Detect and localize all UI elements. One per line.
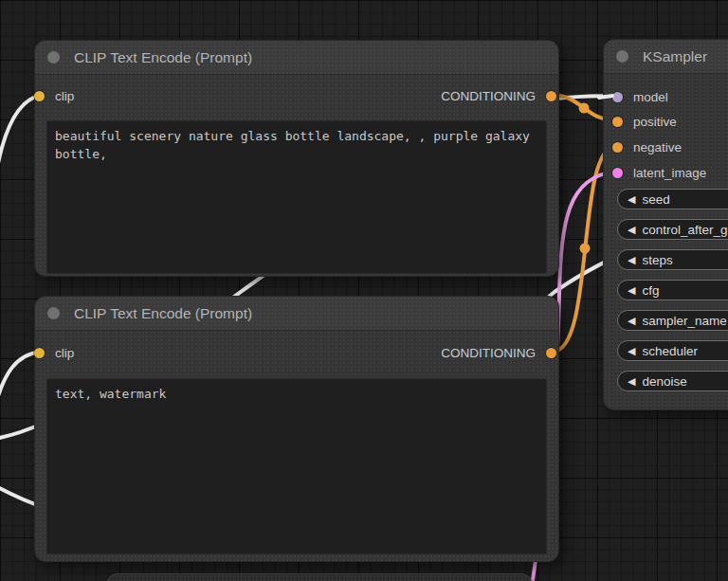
arrow-left-icon[interactable]: ◀ — [628, 346, 635, 356]
arrow-left-icon[interactable]: ◀ — [628, 316, 635, 326]
clip-port-icon[interactable] — [34, 348, 45, 358]
model-port-icon[interactable] — [612, 92, 623, 102]
widget-label: seed — [642, 192, 669, 207]
widget-sampler-name[interactable]: ◀ sampler_name — [617, 310, 728, 331]
node-title: CLIP Text Encode (Prompt) — [74, 305, 252, 322]
partial-node-bottom[interactable] — [106, 573, 533, 581]
widget-control-after-generate[interactable]: ◀ control_after_generate — [617, 219, 728, 240]
widget-steps[interactable]: ◀ steps — [617, 249, 728, 270]
output-conditioning[interactable]: CONDITIONING — [441, 89, 556, 102]
conditioning-port-icon[interactable] — [612, 117, 623, 127]
widget-label: control_after_generate — [642, 223, 728, 237]
input-negative[interactable]: negative — [612, 140, 682, 154]
conditioning-port-icon[interactable] — [546, 91, 556, 101]
latent-port-icon[interactable] — [612, 168, 623, 178]
conditioning-port-icon[interactable] — [546, 348, 556, 358]
widget-seed[interactable]: ◀ seed — [617, 189, 728, 209]
widget-label: scheduler — [642, 344, 698, 358]
prompt-textarea[interactable]: text, watermark — [46, 378, 547, 554]
arrow-left-icon[interactable]: ◀ — [628, 194, 635, 205]
input-clip[interactable]: clip — [34, 346, 74, 359]
node-ksampler[interactable]: KSampler model positive negative latent_… — [603, 39, 728, 410]
port-label: CONDITIONING — [441, 346, 536, 360]
input-clip[interactable]: clip — [34, 89, 74, 102]
output-conditioning[interactable]: CONDITIONING — [441, 346, 556, 359]
arrow-left-icon[interactable]: ◀ — [628, 225, 635, 235]
port-label: clip — [55, 89, 74, 103]
link-midpoint-dot — [580, 244, 591, 254]
conditioning-port-icon[interactable] — [612, 142, 623, 153]
link-midpoint-dot — [579, 103, 590, 114]
collapse-dot-icon[interactable] — [47, 307, 60, 319]
node-clip-text-encode-positive[interactable]: CLIP Text Encode (Prompt) clip CONDITION… — [34, 40, 559, 277]
input-model[interactable]: model — [612, 90, 668, 103]
input-positive[interactable]: positive — [612, 115, 677, 128]
widget-label: denoise — [642, 374, 686, 389]
widget-label: steps — [642, 253, 672, 267]
widget-scheduler[interactable]: ◀ scheduler — [617, 340, 728, 361]
node-title: CLIP Text Encode (Prompt) — [74, 49, 252, 66]
comfyui-canvas[interactable]: { "colors": { "link_white": "#e9e9e9", "… — [0, 0, 728, 581]
widget-denoise[interactable]: ◀ denoise — [617, 371, 728, 391]
input-latent-image[interactable]: latent_image — [612, 166, 706, 179]
node-titlebar[interactable]: KSampler — [604, 40, 728, 74]
node-titlebar[interactable]: CLIP Text Encode (Prompt) — [35, 297, 558, 331]
arrow-left-icon[interactable]: ◀ — [628, 376, 635, 387]
widget-label: cfg — [642, 283, 659, 298]
collapse-dot-icon[interactable] — [47, 51, 60, 64]
widget-cfg[interactable]: ◀ cfg — [617, 280, 728, 300]
node-titlebar[interactable]: CLIP Text Encode (Prompt) — [35, 41, 558, 75]
arrow-left-icon[interactable]: ◀ — [628, 255, 635, 265]
port-label: latent_image — [633, 166, 706, 180]
port-label: negative — [633, 140, 682, 154]
port-label: positive — [633, 115, 677, 129]
clip-port-icon[interactable] — [34, 91, 45, 101]
prompt-textarea[interactable]: beautiful scenery nature glass bottle la… — [46, 120, 547, 274]
port-label: model — [633, 90, 668, 104]
node-clip-text-encode-negative[interactable]: CLIP Text Encode (Prompt) clip CONDITION… — [34, 296, 559, 562]
port-label: clip — [55, 346, 74, 360]
node-title: KSampler — [643, 48, 707, 65]
port-label: CONDITIONING — [441, 89, 536, 103]
widget-label: sampler_name — [642, 314, 726, 328]
arrow-left-icon[interactable]: ◀ — [628, 285, 635, 296]
collapse-dot-icon[interactable] — [616, 50, 628, 63]
